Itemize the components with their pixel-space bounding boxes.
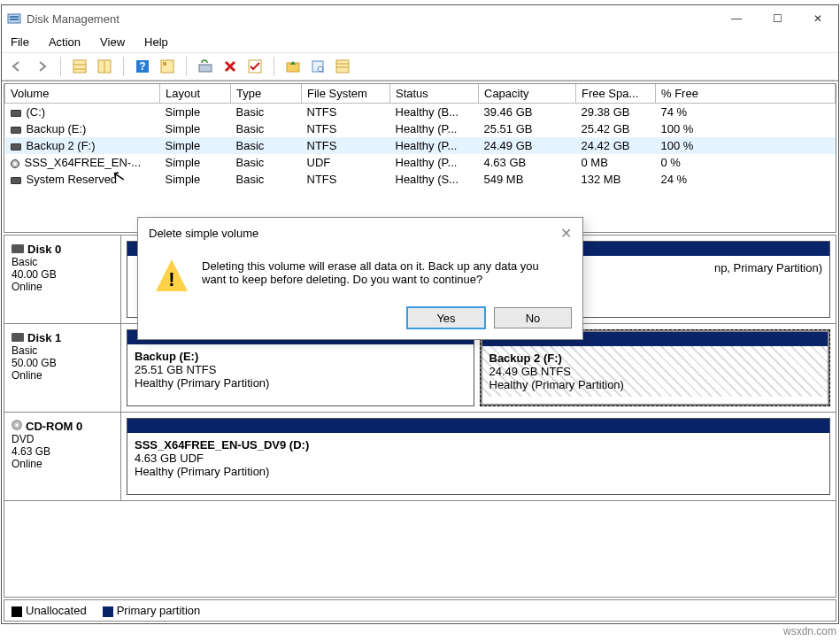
cd-icon [11,159,19,168]
menu-action[interactable]: Action [49,35,81,49]
legend-swatch-primary [103,606,113,617]
minimize-button[interactable]: — [716,5,757,32]
disk-info: Disk 1Basic50.00 GBOnline [4,324,121,412]
svg-rect-12 [199,65,212,72]
nav-back-button[interactable] [7,57,27,76]
view-icon[interactable] [333,57,352,76]
menu-file[interactable]: File [11,35,29,49]
partition[interactable]: SSS_X64FREE_EN-US_DV9 (D:)4.63 GB UDFHea… [127,418,830,495]
properties-icon[interactable] [308,57,328,76]
dialog-title: Delete simple volume [149,227,258,240]
close-button[interactable]: ✕ [798,5,838,32]
menubar: File Action View Help [2,32,838,53]
legend-primary: Primary partition [117,604,201,617]
toolbar-icon-detail[interactable] [158,57,177,76]
svg-text:?: ? [139,60,145,73]
col-status[interactable]: Status [390,84,479,104]
disk-icon [12,244,24,253]
delete-volume-dialog: Delete simple volume ✕ ! Deleting this v… [137,217,583,340]
volume-row[interactable]: Backup 2 (F:)SimpleBasicNTFSHealthy (P..… [5,137,836,154]
svg-rect-1 [10,16,19,18]
maximize-button[interactable]: ☐ [757,5,798,32]
volume-row[interactable]: Backup (E:)SimpleBasicNTFSHealthy (P...2… [5,120,836,137]
col-free[interactable]: Free Spa... [576,84,656,104]
toolbar-icon-table[interactable] [70,57,89,76]
watermark: wsxdn.com [783,625,836,637]
cd-icon [12,420,22,430]
disk-icon [12,333,24,342]
svg-rect-3 [73,60,86,73]
volume-row[interactable]: SSS_X64FREE_EN-...SimpleBasicUDFHealthy … [5,154,836,171]
dialog-close-button[interactable]: ✕ [560,225,572,242]
svg-rect-11 [163,62,166,66]
disk-icon [11,143,21,151]
svg-line-17 [322,71,324,73]
volume-header-row[interactable]: Volume Layout Type File System Status Ca… [5,84,836,104]
disk-info: Disk 0Basic40.00 GBOnline [4,236,121,323]
window-title: Disk Management [27,12,119,26]
delete-icon[interactable] [220,57,240,76]
menu-help[interactable]: Help [144,35,168,49]
partition[interactable]: Backup (E:)25.51 GB NTFSHealthy (Primary… [127,329,474,406]
volume-row[interactable]: System ReservedSimpleBasicNTFSHealthy (S… [5,171,836,188]
nav-forward-button[interactable] [32,57,51,76]
check-icon[interactable] [245,57,265,76]
refresh-icon[interactable] [196,57,215,76]
legend-unallocated: Unallocated [26,604,87,617]
disk-row: CD-ROM 0DVD4.63 GBOnlineSSS_X64FREE_EN-U… [4,413,836,501]
svg-rect-18 [336,60,349,73]
partition-color-bar [127,419,829,433]
warning-icon: ! [156,259,188,291]
volume-row[interactable]: (C:)SimpleBasicNTFSHealthy (B...39.46 GB… [5,104,836,121]
svg-rect-2 [10,19,19,20]
toolbar: ? [2,53,838,81]
legend: Unallocated Primary partition [4,599,836,622]
disk-partitions: SSS_X64FREE_EN-US_DV9 (D:)4.63 GB UDFHea… [121,413,836,500]
volume-list: Volume Layout Type File System Status Ca… [4,83,836,233]
col-capacity[interactable]: Capacity [479,84,576,104]
dialog-no-button[interactable]: No [494,307,572,328]
legend-swatch-unallocated [12,606,22,617]
disk-icon [11,127,21,134]
dialog-yes-button[interactable]: Yes [407,307,485,328]
toolbar-icon-list[interactable] [95,57,114,76]
col-fs[interactable]: File System [302,84,390,104]
dialog-message: Deleting this volume will erase all data… [202,259,565,291]
disk-icon [11,177,21,184]
col-pct[interactable]: % Free [656,84,836,104]
partition[interactable]: Backup 2 (F:)24.49 GB NTFSHealthy (Prima… [480,329,831,406]
app-icon [7,12,21,26]
titlebar[interactable]: Disk Management — ☐ ✕ [2,5,838,32]
disk-icon [11,110,21,117]
col-layout[interactable]: Layout [160,84,231,104]
col-volume[interactable]: Volume [5,84,160,104]
menu-view[interactable]: View [100,35,125,49]
content-area: Volume Layout Type File System Status Ca… [2,81,838,623]
help-icon[interactable]: ? [133,57,152,76]
col-type[interactable]: Type [231,84,302,104]
disk-info: CD-ROM 0DVD4.63 GBOnline [4,413,121,500]
folder-up-icon[interactable] [283,57,303,76]
